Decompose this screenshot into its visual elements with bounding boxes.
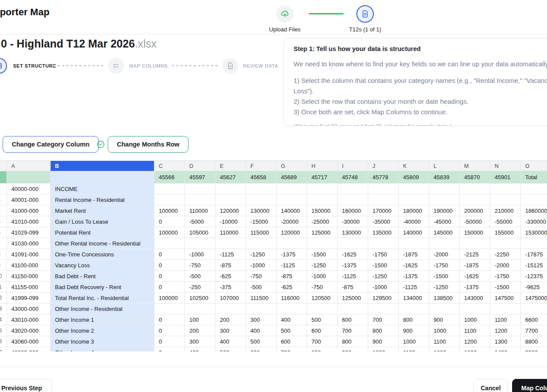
value-cell[interactable]: 1100 xyxy=(429,336,460,347)
value-cell[interactable] xyxy=(185,303,215,314)
months-row-number[interactable] xyxy=(0,171,7,184)
value-cell[interactable]: 500 xyxy=(215,347,246,351)
value-cell[interactable] xyxy=(185,238,215,249)
category-name-cell[interactable]: Market Rent xyxy=(51,205,154,216)
value-cell[interactable]: 400 xyxy=(215,336,246,347)
value-cell[interactable] xyxy=(338,194,368,205)
month-serial-cell[interactable]: 45778 xyxy=(368,171,399,184)
value-cell[interactable] xyxy=(185,194,215,205)
total-cell[interactable] xyxy=(521,184,547,194)
total-header-cell[interactable]: Total xyxy=(521,171,547,184)
row-number[interactable]: 6 xyxy=(0,227,7,238)
value-cell[interactable]: -1000 xyxy=(368,282,399,293)
month-serial-cell[interactable]: 45689 xyxy=(277,171,307,184)
value-cell[interactable]: -1625 xyxy=(399,260,429,271)
account-code-cell[interactable]: 40000-000 xyxy=(7,184,51,194)
value-cell[interactable]: 1000 xyxy=(460,314,490,325)
value-cell[interactable] xyxy=(154,238,185,249)
row-number-header[interactable] xyxy=(0,161,7,171)
value-cell[interactable]: -1000 xyxy=(246,260,277,271)
value-cell[interactable] xyxy=(307,303,338,314)
value-cell[interactable]: -1125 xyxy=(215,249,246,260)
total-cell[interactable]: -17875 xyxy=(521,249,547,260)
category-name-cell[interactable]: Other Income 3 xyxy=(51,336,154,347)
account-code-cell[interactable]: 43080-000 xyxy=(7,347,51,351)
row-number[interactable]: 15 xyxy=(0,325,7,336)
cancel-button[interactable]: Cancel xyxy=(473,379,508,392)
value-cell[interactable] xyxy=(246,194,277,205)
value-cell[interactable] xyxy=(277,238,307,249)
value-cell[interactable]: 100000 xyxy=(154,205,185,216)
row-number[interactable]: 4 xyxy=(0,205,7,216)
total-cell[interactable]: -15125 xyxy=(521,260,547,271)
value-cell[interactable]: -1000 xyxy=(185,249,215,260)
value-cell[interactable] xyxy=(368,184,399,194)
value-cell[interactable]: -30000 xyxy=(338,216,368,227)
value-cell[interactable]: 800 xyxy=(307,347,338,351)
value-cell[interactable]: 129500 xyxy=(368,293,399,303)
value-cell[interactable] xyxy=(460,184,490,194)
column-header-D[interactable]: D xyxy=(185,161,215,171)
value-cell[interactable]: 111500 xyxy=(246,293,277,303)
value-cell[interactable] xyxy=(215,194,246,205)
value-cell[interactable]: 1000 xyxy=(399,336,429,347)
value-cell[interactable]: -1125 xyxy=(277,260,307,271)
total-cell[interactable]: 1475000 xyxy=(521,293,547,303)
value-cell[interactable] xyxy=(307,184,338,194)
month-serial-cell[interactable]: 45597 xyxy=(185,171,215,184)
column-header-C[interactable]: C xyxy=(154,161,185,171)
month-serial-cell[interactable]: 45901 xyxy=(490,171,521,184)
value-cell[interactable]: 1300 xyxy=(490,336,521,347)
value-cell[interactable]: 500 xyxy=(246,336,277,347)
value-cell[interactable]: -20000 xyxy=(277,216,307,227)
value-cell[interactable]: 0 xyxy=(154,216,185,227)
value-cell[interactable]: -1500 xyxy=(490,282,521,293)
column-header-F[interactable]: F xyxy=(246,161,277,171)
column-header-H[interactable]: H xyxy=(307,161,338,171)
total-cell[interactable]: 1860000 xyxy=(521,205,547,216)
value-cell[interactable]: 140000 xyxy=(399,227,429,238)
value-cell[interactable] xyxy=(368,238,399,249)
column-header-O[interactable]: O xyxy=(521,161,547,171)
value-cell[interactable]: 600 xyxy=(246,347,277,351)
value-cell[interactable]: 116000 xyxy=(277,293,307,303)
change-category-column-button[interactable]: Change Category Column xyxy=(3,136,99,153)
value-cell[interactable] xyxy=(185,184,215,194)
value-cell[interactable] xyxy=(154,184,185,194)
row-number[interactable]: 5 xyxy=(0,216,7,227)
value-cell[interactable]: -750 xyxy=(185,260,215,271)
value-cell[interactable]: 600 xyxy=(338,314,368,325)
value-cell[interactable]: -1250 xyxy=(307,260,338,271)
column-header-J[interactable]: J xyxy=(368,161,399,171)
value-cell[interactable]: -1625 xyxy=(460,271,490,282)
value-cell[interactable]: -35000 xyxy=(368,216,399,227)
value-cell[interactable]: -1000 xyxy=(307,271,338,282)
value-cell[interactable]: 0 xyxy=(154,314,185,325)
value-cell[interactable] xyxy=(490,303,521,314)
value-cell[interactable]: 0 xyxy=(154,282,185,293)
value-cell[interactable] xyxy=(338,303,368,314)
value-cell[interactable] xyxy=(429,184,460,194)
month-serial-cell[interactable]: 45658 xyxy=(246,171,277,184)
value-cell[interactable]: -40000 xyxy=(399,216,429,227)
value-cell[interactable]: -375 xyxy=(215,282,246,293)
total-cell[interactable]: 8800 xyxy=(521,336,547,347)
value-cell[interactable]: 102500 xyxy=(185,293,215,303)
value-cell[interactable]: 1200 xyxy=(429,347,460,351)
column-header-K[interactable]: K xyxy=(399,161,429,171)
value-cell[interactable]: 105000 xyxy=(185,227,215,238)
category-name-cell[interactable]: Other Rental Income - Residential xyxy=(51,238,154,249)
value-cell[interactable]: 300 xyxy=(185,336,215,347)
value-cell[interactable]: 1000 xyxy=(368,347,399,351)
column-header-E[interactable]: E xyxy=(215,161,246,171)
row-number[interactable]: 3 xyxy=(0,194,7,205)
value-cell[interactable]: -750 xyxy=(307,282,338,293)
value-cell[interactable]: -1500 xyxy=(307,249,338,260)
map-columns-step[interactable] xyxy=(108,58,124,74)
value-cell[interactable]: -2000 xyxy=(429,249,460,260)
value-cell[interactable]: 107000 xyxy=(215,293,246,303)
value-cell[interactable] xyxy=(307,194,338,205)
account-code-cell[interactable]: 41091-000 xyxy=(7,249,51,260)
value-cell[interactable] xyxy=(460,238,490,249)
review-data-step[interactable] xyxy=(222,58,238,74)
